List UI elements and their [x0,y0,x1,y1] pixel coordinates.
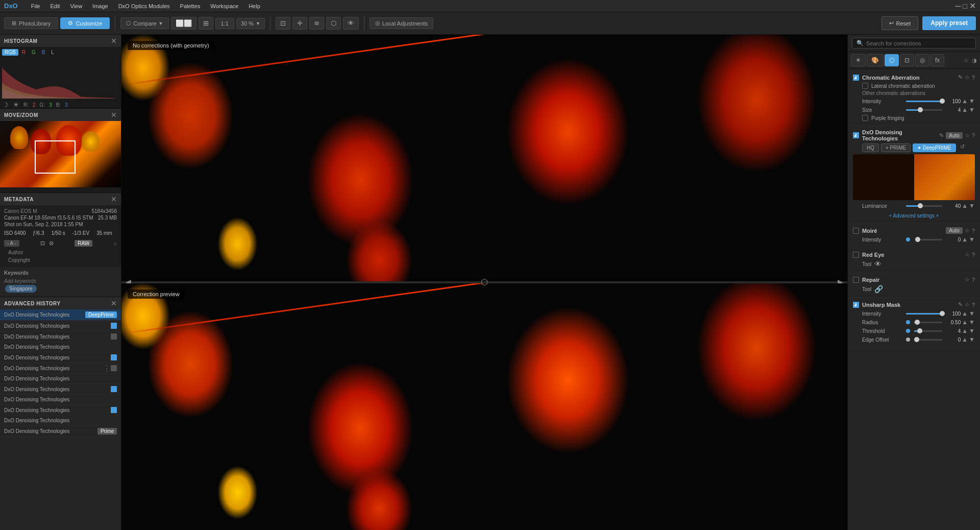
luminance-up[interactable]: ▲ [962,202,968,209]
perspective-btn[interactable]: ✛ [292,17,307,30]
minimize-btn[interactable]: ─ [955,2,961,11]
zoom-control[interactable]: 30 % ▼ [236,18,265,29]
history-item-7[interactable]: DxO Denoising Technologies [0,384,121,395]
horizon-icon[interactable]: ⊘ [49,240,54,247]
histogram-close-btn[interactable]: ✕ [111,37,117,45]
denoising-edit-icon[interactable]: ✎ [939,132,944,139]
menu-dxo-optics[interactable]: DxO Optics Modules [113,0,175,12]
ca-star-icon[interactable]: ☆ [965,74,970,81]
hist-tab-b[interactable]: B [39,49,48,56]
star-favorites-btn[interactable]: ☆ [964,57,969,64]
repair-checkbox[interactable] [853,277,859,283]
ca-intensity-thumb[interactable] [940,99,945,104]
rt-fx-btn[interactable]: fx [930,54,944,66]
unsharp-radius-up[interactable]: ▲ [962,319,968,326]
menu-file[interactable]: File [26,0,45,12]
unsharp-edge-up[interactable]: ▲ [962,336,968,343]
moire-help-icon[interactable]: ? [972,228,975,234]
unsharp-mask-checkbox[interactable] [853,302,859,308]
history-item-10[interactable]: DxO Denoising Technologies [0,416,121,426]
history-item-0[interactable]: DxO Denoising Technologies DeepPrime [0,309,121,321]
rt-geometry-btn[interactable]: ⊡ [900,54,914,66]
unsharp-radius-slider[interactable] [914,322,942,323]
move-zoom-area[interactable] [0,121,121,192]
history-item-1[interactable]: DxO Denoising Technologies [0,321,121,331]
unsharp-radius-thumb[interactable] [915,320,920,325]
denoising-checkbox[interactable] [853,132,859,138]
ca-size-thumb[interactable] [918,107,923,112]
unsharp-star-icon[interactable]: ☆ [965,301,970,308]
toggle-all-icon[interactable]: ◑ [972,57,977,64]
unsharp-threshold-slider[interactable] [914,330,942,332]
history-item-3[interactable]: DxO Denoising Technologies [0,342,121,352]
history-item-9[interactable]: DxO Denoising Technologies [0,405,121,416]
history-item-2[interactable]: DxO Denoising Technologies [0,331,121,342]
ca-edit-icon[interactable]: ✎ [958,74,963,81]
unsharp-edge-down[interactable]: ▼ [969,336,975,343]
ca-size-up[interactable]: ▲ [962,106,968,113]
moire-auto-badge[interactable]: Auto [946,227,963,234]
denoise-btn[interactable]: ≋ [309,17,324,30]
moire-checkbox[interactable] [853,228,859,234]
repair-star-icon[interactable]: ☆ [965,276,970,283]
rating-icon[interactable]: ○ [113,240,117,247]
rt-lens-btn[interactable]: ◎ [915,54,929,66]
denoising-help-icon[interactable]: ? [972,132,975,138]
search-input[interactable] [866,40,971,46]
red-eye-tool-icon[interactable]: 👁 [874,260,881,268]
history-close-btn[interactable]: ✕ [111,299,117,307]
menu-palettes[interactable]: Palettes [175,0,206,12]
hist-tab-g[interactable]: G [29,49,38,56]
hist-tab-r[interactable]: R [19,49,28,56]
denoising-auto-badge[interactable]: Auto [946,132,963,139]
luminance-slider[interactable] [906,205,942,207]
menu-help[interactable]: Help [243,0,265,12]
close-btn[interactable]: ✕ [969,1,976,11]
split-view-btn[interactable]: ⬜⬜ [171,17,197,30]
moire-intensity-down[interactable]: ▼ [969,236,975,243]
rt-color-btn[interactable]: 🎨 [867,54,884,66]
denoising-refresh-icon[interactable]: ↺ [960,143,965,152]
luminance-down[interactable]: ▼ [969,202,975,209]
menu-view[interactable]: View [65,0,87,12]
menu-edit[interactable]: Edit [45,0,65,12]
moire-intensity-thumb[interactable] [915,237,920,242]
lateral-ca-checkbox[interactable] [862,83,868,89]
maximize-btn[interactable]: □ [963,2,967,10]
customize-tab[interactable]: ⚙ Customize [60,17,110,29]
mode-hq[interactable]: HQ [862,143,879,152]
unsharp-edit-icon[interactable]: ✎ [958,301,963,308]
reset-button[interactable]: ↩ Reset [881,16,919,30]
history-list[interactable]: DxO Denoising Technologies DeepPrime DxO… [0,309,121,530]
compare-button[interactable]: ⬡ Compare ▼ [120,17,168,29]
bottom-image-panel[interactable]: Correction preview [121,283,847,530]
photo-library-tab[interactable]: ⊞ PhotoLibrary [4,17,58,29]
menu-workspace[interactable]: Workspace [205,0,243,12]
advanced-settings-link[interactable]: + Advanced settings + [853,211,975,221]
chromatic-aberration-checkbox[interactable] [853,75,859,81]
move-zoom-close-btn[interactable]: ✕ [111,111,117,119]
unsharp-edge-thumb[interactable] [914,337,919,342]
keyword-input[interactable] [4,278,117,284]
rt-detail-btn[interactable]: ⬡ [885,54,899,66]
red-eye-help-icon[interactable]: ? [972,252,975,258]
unsharp-intensity-up[interactable]: ▲ [962,310,968,317]
unsharp-help-icon[interactable]: ? [972,302,975,308]
repair-btn[interactable]: ⬡ [326,17,341,30]
crop-icon[interactable]: ⊡ [40,240,45,247]
history-item-8[interactable]: DxO Denoising Technologies [0,395,121,405]
unsharp-threshold-up[interactable]: ▲ [962,327,968,334]
history-item-5[interactable]: DxO Denoising Technologies ⋮ [0,363,121,374]
local-adjustments-btn[interactable]: ◎ Local Adjustments [370,17,433,29]
moire-intensity-slider[interactable] [915,239,942,240]
unsharp-intensity-thumb[interactable] [940,311,945,316]
purple-fringing-checkbox[interactable] [862,115,868,121]
thumbnail-selection-box[interactable] [35,140,76,174]
zoom-11-btn[interactable]: 1:1 [215,18,234,29]
rt-exposure-btn[interactable]: ☀ [851,54,866,66]
history-item-11[interactable]: DxO Denoising Technologies Prime [0,426,121,437]
hist-tab-l[interactable]: L [48,49,57,56]
mode-deepprime[interactable]: ✦ DeepPRIME [913,143,955,152]
unsharp-edge-slider[interactable] [914,339,942,341]
unsharp-intensity-down[interactable]: ▼ [969,310,975,317]
